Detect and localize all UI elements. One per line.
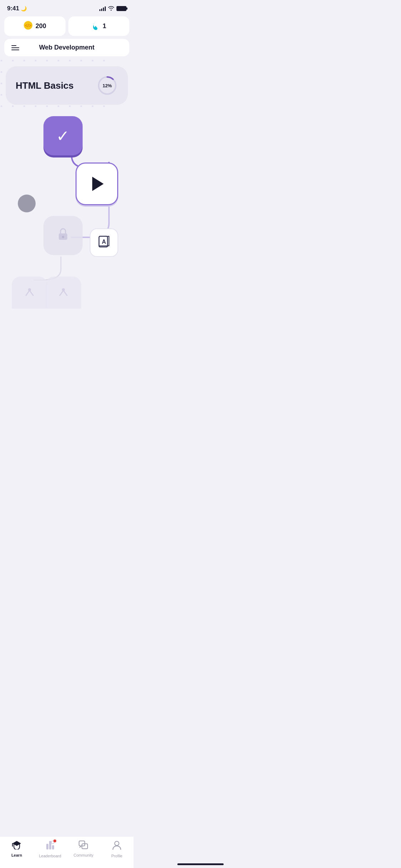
progress-circle: 12% [97,75,118,96]
streak-value: 1 [103,22,106,30]
svg-point-7 [62,236,64,238]
node-current[interactable] [75,162,118,205]
lock-icon [55,226,71,245]
learning-path: ✓ A [6,116,128,323]
node-bottom-locked-mid [46,277,81,309]
coins-stat: </> 200 [4,16,66,36]
module-card[interactable]: HTML Basics 12% [6,66,128,105]
svg-point-11 [28,288,31,291]
node-bottom-locked-left [12,277,47,309]
status-bar: 9:41 🌙 [0,0,134,15]
svg-text:</>: </> [25,23,31,28]
main-content: HTML Basics 12% ✓ [0,59,134,330]
progress-label: 12% [103,83,112,88]
node-locked [43,216,83,255]
menu-button[interactable] [11,45,19,50]
streak-icon [91,21,100,32]
coins-icon: </> [24,21,33,32]
battery-icon [116,6,126,11]
node-vocab[interactable]: A [90,228,118,257]
course-header: Web Development [4,39,129,56]
node-completed[interactable]: ✓ [43,116,83,155]
checkmark-icon: ✓ [56,127,69,145]
course-title: Web Development [25,44,109,51]
streak-stat: 1 [68,16,130,36]
svg-point-12 [62,288,65,291]
svg-text:A: A [102,239,106,245]
play-icon [92,177,104,191]
module-title: HTML Basics [16,80,74,91]
grey-dot [18,195,36,212]
wifi-icon [108,6,114,12]
status-time: 9:41 [7,5,19,12]
signal-icon [99,6,106,11]
vocab-icon: A [98,235,110,250]
coins-value: 200 [36,22,46,30]
stats-bar: </> 200 1 [4,16,129,36]
moon-icon: 🌙 [21,6,27,11]
status-icons [99,6,126,12]
